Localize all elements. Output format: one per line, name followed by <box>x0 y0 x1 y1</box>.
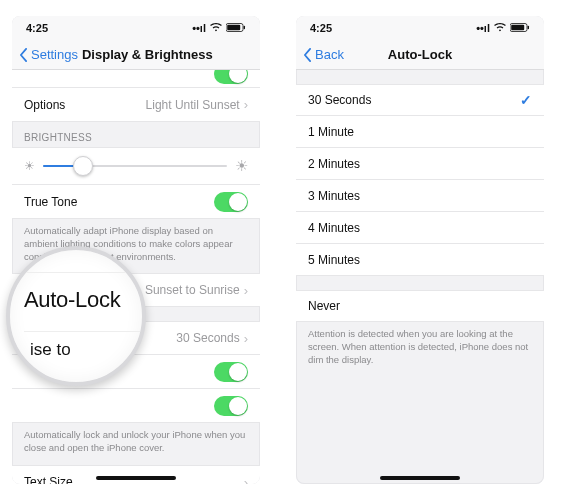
signal-icon: ••ıl <box>192 22 206 34</box>
raise-note: Automatically lock and unlock your iPhon… <box>12 423 260 465</box>
brightness-slider-row: ☀︎ ☀︎ <box>12 147 260 185</box>
autolock-footer: Attention is detected when you are looki… <box>296 322 544 376</box>
magnifier-callout: Auto-Lock ise to <box>6 246 146 386</box>
back-button[interactable]: Back <box>302 47 344 62</box>
battery-icon <box>510 22 530 34</box>
chevron-right-icon: › <box>244 283 248 298</box>
svg-rect-4 <box>511 25 524 31</box>
truetone-label: True Tone <box>24 195 77 209</box>
raise-toggle-2[interactable] <box>214 396 248 416</box>
sun-bright-icon: ☀︎ <box>235 157 248 175</box>
autolock-option-label: 5 Minutes <box>308 253 360 267</box>
autolock-option-label: 30 Seconds <box>308 93 371 107</box>
wifi-icon <box>494 22 506 34</box>
options-label: Options <box>24 98 65 112</box>
autolock-option[interactable]: 3 Minutes <box>296 180 544 212</box>
chevron-right-icon: › <box>244 331 248 346</box>
svg-rect-1 <box>227 25 240 31</box>
raise-row-2 <box>12 389 260 423</box>
autolock-option-label: 3 Minutes <box>308 189 360 203</box>
sun-dim-icon: ☀︎ <box>24 159 35 173</box>
svg-rect-2 <box>244 26 245 30</box>
nav-bar: Back Auto-Lock <box>296 40 544 70</box>
battery-icon <box>226 22 246 34</box>
back-label: Settings <box>31 47 78 62</box>
raise-toggle-1[interactable] <box>214 362 248 382</box>
truetone-row: True Tone <box>12 185 260 219</box>
status-bar: 4:25 ••ıl <box>12 16 260 40</box>
autolock-option-label: 4 Minutes <box>308 221 360 235</box>
wifi-icon <box>210 22 222 34</box>
autolock-option[interactable]: Never <box>296 290 544 322</box>
nightshift-value: Sunset to Sunrise <box>145 283 240 297</box>
home-indicator <box>380 476 460 480</box>
autolock-option-label: Never <box>308 299 340 313</box>
autolock-option[interactable]: 5 Minutes <box>296 244 544 276</box>
status-time: 4:25 <box>310 22 332 34</box>
svg-rect-5 <box>528 26 529 30</box>
autolock-option-label: 2 Minutes <box>308 157 360 171</box>
magnifier-autolock-label: Auto-Lock <box>24 287 142 313</box>
page-title: Display & Brightness <box>82 47 213 62</box>
chevron-right-icon: › <box>244 97 248 112</box>
status-time: 4:25 <box>26 22 48 34</box>
back-label: Back <box>315 47 344 62</box>
magnifier-partial-text: ise to <box>30 340 142 360</box>
textsize-row[interactable]: Text Size › <box>12 465 260 484</box>
phone-autolock: 4:25 ••ıl Back Auto-Lock 30 Seconds✓1 Mi… <box>296 16 544 484</box>
chevron-right-icon: › <box>244 475 248 484</box>
autolock-option[interactable]: 4 Minutes <box>296 212 544 244</box>
nav-bar: Settings Display & Brightness <box>12 40 260 70</box>
checkmark-icon: ✓ <box>520 92 532 108</box>
signal-icon: ••ıl <box>476 22 490 34</box>
autolock-option[interactable]: 1 Minute <box>296 116 544 148</box>
truetone-toggle[interactable] <box>214 192 248 212</box>
back-button[interactable]: Settings <box>18 47 78 62</box>
autolock-option[interactable]: 30 Seconds✓ <box>296 84 544 116</box>
brightness-slider[interactable] <box>43 165 227 167</box>
options-value: Light Until Sunset <box>146 98 240 112</box>
brightness-section-header: BRIGHTNESS <box>12 122 260 147</box>
autolock-value: 30 Seconds <box>176 331 239 345</box>
options-row[interactable]: Options Light Until Sunset› <box>12 88 260 122</box>
autolock-option-label: 1 Minute <box>308 125 354 139</box>
home-indicator <box>96 476 176 480</box>
textsize-label: Text Size <box>24 475 73 484</box>
appearance-toggle-partial[interactable] <box>214 70 248 84</box>
status-bar: 4:25 ••ıl <box>296 16 544 40</box>
autolock-option[interactable]: 2 Minutes <box>296 148 544 180</box>
